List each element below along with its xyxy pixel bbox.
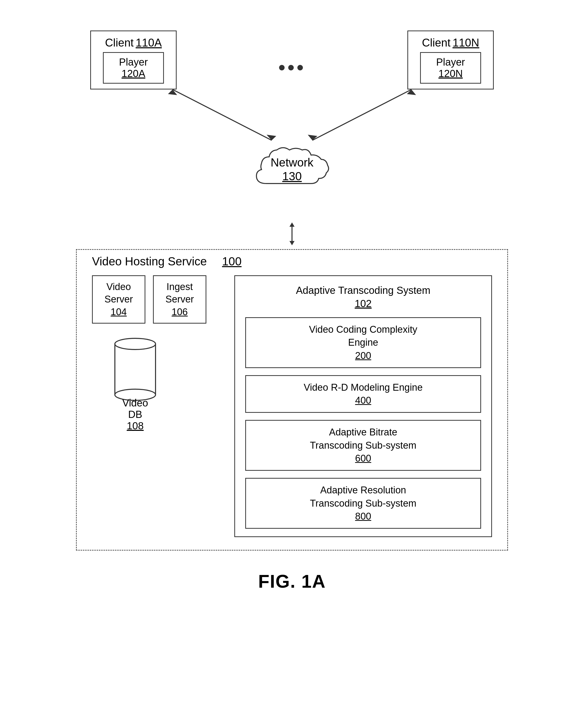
player-120a-label: Player 120A xyxy=(114,56,153,79)
network-text: Network xyxy=(271,156,314,169)
vhs-title: Video Hosting Service 100 xyxy=(92,255,241,268)
top-row: Client 110A Player 120A ••• Client 1 xyxy=(76,30,508,89)
svg-marker-8 xyxy=(289,241,295,245)
client-110a: Client 110A Player 120A xyxy=(90,30,177,89)
svg-marker-2 xyxy=(168,89,177,95)
svg-line-3 xyxy=(312,89,412,140)
video-server-box: Video Server 104 xyxy=(92,275,145,323)
video-server-label: Video Server 104 xyxy=(99,281,138,318)
svg-marker-4 xyxy=(308,135,317,140)
client-network-arrows xyxy=(114,89,470,151)
component-vcce: Video Coding Complexity Engine 200 xyxy=(245,317,481,368)
server-row: Video Server 104 Ingest Server 106 xyxy=(92,275,206,323)
client-110a-title: Client 110A xyxy=(105,36,162,49)
db-label: Video DB xyxy=(122,397,148,420)
player-120a-box: Player 120A xyxy=(103,52,164,84)
db-ref: 108 xyxy=(127,420,144,432)
right-column: Adaptive Transcoding System 102 Video Co… xyxy=(234,275,492,537)
client-110n-title: Client 110N xyxy=(422,36,479,49)
vhs-inner: Video Server 104 Ingest Server 106 xyxy=(92,275,492,537)
diagram: Client 110A Player 120A ••• Client 1 xyxy=(76,30,508,592)
network-vhs-arrow xyxy=(284,221,300,246)
client-110n-label: Client xyxy=(422,36,451,49)
client-110a-ref: 110A xyxy=(136,36,162,49)
ingest-server-box: Ingest Server 106 xyxy=(153,275,206,323)
ats-title: Adaptive Transcoding System 102 xyxy=(245,284,481,310)
component-vrdme: Video R-D Modeling Engine 400 xyxy=(245,375,481,413)
svg-marker-1 xyxy=(267,135,276,140)
network-label: Network 130 xyxy=(271,156,314,183)
ingest-server-label: Ingest Server 106 xyxy=(160,281,200,318)
svg-point-10 xyxy=(115,338,156,349)
client-110n: Client 110N Player 120N xyxy=(407,30,494,89)
component-abts: Adaptive Bitrate Transcoding Sub-system … xyxy=(245,420,481,471)
svg-marker-5 xyxy=(407,89,416,95)
svg-rect-9 xyxy=(115,344,156,395)
video-db: Video DB 108 xyxy=(110,334,161,432)
figure-label: FIG. 1A xyxy=(258,571,326,592)
player-120n-box: Player 120N xyxy=(420,52,481,84)
vhs-ref: 100 xyxy=(222,255,242,268)
client-110n-ref: 110N xyxy=(453,36,479,49)
component-arts: Adaptive Resolution Transcoding Sub-syst… xyxy=(245,478,481,529)
network-section: Network 130 xyxy=(246,143,338,221)
network-ref: 130 xyxy=(282,169,302,183)
vhs-label: Video Hosting Service xyxy=(92,255,207,268)
client-110a-label: Client xyxy=(105,36,134,49)
svg-line-0 xyxy=(172,89,272,140)
db-cylinder-svg xyxy=(110,334,161,405)
left-column: Video Server 104 Ingest Server 106 xyxy=(92,275,219,432)
vhs-box: Video Hosting Service 100 Video Server 1… xyxy=(76,249,508,551)
svg-marker-7 xyxy=(289,223,295,227)
player-120n-label: Player 120N xyxy=(431,56,470,79)
page: Client 110A Player 120A ••• Client 1 xyxy=(0,0,584,728)
ellipsis: ••• xyxy=(278,56,306,79)
